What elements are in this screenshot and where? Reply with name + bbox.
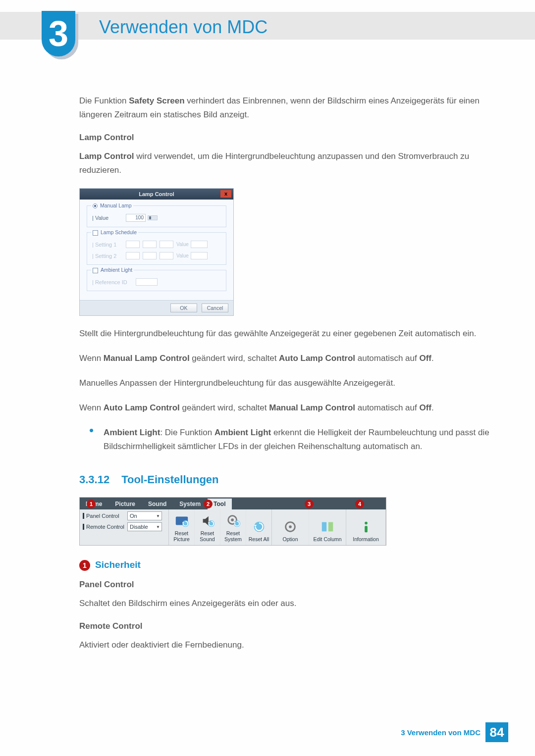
svg-point-4 (231, 518, 234, 521)
chapter-badge: 3 (42, 11, 78, 59)
reset-all-icon (252, 519, 267, 534)
remote-control-label: Remote Control (83, 524, 127, 530)
reset-picture-icon (174, 513, 189, 528)
ok-button[interactable]: OK (170, 303, 197, 312)
edit-column-icon (320, 519, 335, 534)
setting1-min[interactable] (143, 241, 157, 248)
content-area: Die Funktion Safety Screen verhindert da… (79, 94, 490, 663)
svg-point-8 (289, 525, 292, 528)
remote-control-heading: Remote Control (79, 621, 490, 631)
setting2-ampm[interactable] (160, 252, 173, 259)
callout-3: 3 (305, 500, 314, 508)
ambient-light-bullet: • Ambient Light: Die Funktion Ambient Li… (79, 426, 490, 454)
setting2-value[interactable] (191, 252, 208, 259)
section-number: 3.3.12 (79, 473, 109, 486)
option-button[interactable]: Option (272, 509, 309, 545)
reset-system-icon (226, 513, 241, 528)
chapter-number: 3 (49, 16, 68, 51)
section-title: Tool-Einstellungen (121, 473, 218, 486)
bullet-icon: • (89, 426, 94, 454)
dialog-title-text: Lamp Control (139, 191, 174, 197)
panel-control-select[interactable]: On▼ (127, 511, 162, 520)
setting2-hour[interactable] (126, 252, 140, 259)
value-slider[interactable] (148, 215, 158, 220)
information-section: Information (346, 509, 386, 545)
setting1-value-label: Value (176, 242, 189, 247)
sicherheit-heading: 1Sicherheit (79, 559, 490, 571)
manual-lamp-legend: Manual Lamp (100, 202, 132, 208)
dialog-footer: OK Cancel (80, 300, 233, 315)
lamp-para-4: Manuelles Anpassen der Hintergrundbeleuc… (79, 376, 490, 390)
reference-id-label: | Reference ID (92, 279, 136, 285)
lamp-control-dialog: Lamp Control x Manual Lamp | Value 100 L… (79, 188, 234, 316)
reset-sound-button[interactable]: Reset Sound (195, 509, 220, 545)
reference-id-select[interactable] (136, 278, 158, 286)
svg-rect-9 (322, 522, 326, 532)
remote-control-desc: Aktiviert oder deaktiviert die Fernbedie… (79, 638, 490, 652)
tool-toolbar-figure: 1 2 3 4 Home Picture Sound System Tool P… (79, 497, 386, 546)
security-section: Panel Control On▼ Remote Control Disable… (80, 509, 169, 545)
panel-control-label: Panel Control (83, 513, 127, 519)
callout-badge-1: 1 (79, 560, 90, 571)
setting2-value-label: Value (176, 253, 189, 258)
reset-system-button[interactable]: Reset System (220, 509, 246, 545)
callout-1: 1 (87, 500, 96, 508)
svg-rect-12 (365, 526, 368, 532)
document-page: 3 Verwenden von MDC Die Funktion Safety … (0, 0, 535, 756)
cancel-button[interactable]: Cancel (202, 303, 228, 312)
setting2-min[interactable] (143, 252, 157, 259)
tab-sound[interactable]: Sound (142, 499, 172, 509)
callout-2: 2 (204, 500, 213, 508)
svg-rect-10 (328, 522, 333, 532)
callout-4: 4 (355, 500, 364, 508)
intro-paragraph: Die Funktion Safety Screen verhindert da… (79, 94, 490, 122)
manual-lamp-radio[interactable] (93, 203, 98, 208)
lamp-para-5: Wenn Auto Lamp Control geändert wird, sc… (79, 401, 490, 415)
remote-control-select[interactable]: Disable▼ (127, 522, 162, 531)
reset-picture-button[interactable]: Reset Picture (169, 509, 195, 545)
reset-all-button[interactable]: Reset All (246, 509, 271, 545)
edit-column-button[interactable]: Edit Column (309, 509, 346, 545)
section-heading: 3.3.12Tool-Einstellungen (79, 473, 490, 486)
reset-section: Reset Picture Reset Sound Reset System R… (169, 509, 272, 545)
manual-lamp-group: Manual Lamp | Value 100 (87, 205, 226, 227)
lamp-para-3: Wenn Manual Lamp Control geändert wird, … (79, 352, 490, 365)
lamp-schedule-legend: Lamp Schedule (101, 229, 137, 235)
setting1-label: | Setting 1 (92, 242, 126, 248)
lamp-para-2: Stellt die Hintergrundbeleuchtung für da… (79, 327, 490, 341)
dialog-titlebar: Lamp Control x (80, 189, 233, 200)
panel-control-heading: Panel Control (79, 580, 490, 590)
gear-icon (283, 519, 298, 534)
value-input[interactable]: 100 (126, 214, 146, 222)
lamp-control-paragraph: Lamp Control wird verwendet, um die Hint… (79, 150, 490, 177)
close-icon[interactable]: x (220, 190, 231, 198)
value-label: | Value (92, 215, 126, 221)
ambient-light-checkbox[interactable] (93, 268, 98, 273)
page-number: 84 (485, 722, 508, 742)
lamp-control-heading: Lamp Control (79, 133, 490, 143)
lamp-schedule-group: Lamp Schedule | Setting 1 Value | Settin… (87, 232, 226, 265)
panel-control-desc: Schaltet den Bildschirm eines Anzeigeger… (79, 597, 490, 610)
tab-system[interactable]: System (173, 499, 207, 509)
setting2-label: | Setting 2 (92, 253, 126, 259)
setting1-ampm[interactable] (160, 241, 173, 248)
page-footer: 3 Verwenden von MDC 84 (401, 722, 508, 742)
information-button[interactable]: Information (346, 509, 385, 545)
chevron-down-icon: ▼ (156, 514, 160, 518)
setting1-hour[interactable] (126, 241, 140, 248)
footer-text: 3 Verwenden von MDC (401, 728, 481, 737)
tab-picture[interactable]: Picture (109, 499, 141, 509)
toolbar-tabs: Home Picture Sound System Tool (80, 498, 386, 509)
info-icon (359, 519, 374, 534)
page-title: Verwenden von MDC (99, 17, 268, 38)
setting1-value[interactable] (191, 241, 208, 248)
chevron-down-icon: ▼ (156, 525, 160, 529)
reset-sound-icon (200, 513, 215, 528)
lamp-schedule-checkbox[interactable] (93, 230, 98, 236)
ambient-light-legend: Ambient Light (101, 267, 132, 273)
svg-point-11 (365, 522, 368, 525)
option-section: Option Edit Column (272, 509, 346, 545)
ambient-light-group: Ambient Light | Reference ID (87, 270, 226, 291)
